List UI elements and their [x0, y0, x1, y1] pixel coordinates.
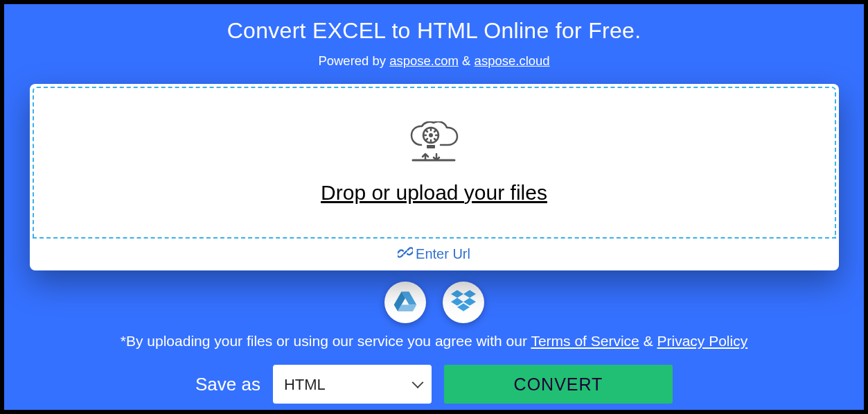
svg-marker-15: [451, 290, 463, 297]
svg-line-9: [434, 139, 436, 140]
link-terms-of-service[interactable]: Terms of Service: [531, 333, 639, 349]
svg-marker-18: [463, 298, 476, 306]
link-aspose-com[interactable]: aspose.com: [389, 53, 459, 68]
format-select-wrap: HTML: [273, 365, 432, 404]
page-title: Convert EXCEL to HTML Online for Free.: [4, 4, 864, 44]
upload-card: Drop or upload your files Enter Url: [30, 84, 839, 270]
svg-rect-10: [427, 145, 435, 148]
terms-amp: &: [644, 333, 657, 349]
svg-marker-17: [451, 298, 463, 306]
link-privacy-policy[interactable]: Privacy Policy: [657, 333, 747, 349]
svg-marker-16: [463, 290, 476, 297]
save-as-label: Save as: [195, 374, 260, 395]
powered-by-amp: &: [462, 53, 474, 68]
cloud-upload-icon: [406, 121, 463, 173]
terms-prefix: *By uploading your files or using our se…: [121, 333, 531, 349]
action-row: Save as HTML CONVERT: [4, 365, 864, 404]
file-dropzone[interactable]: Drop or upload your files: [33, 87, 836, 239]
powered-by-line: Powered by aspose.com & aspose.cloud: [4, 53, 864, 69]
enter-url-button[interactable]: Enter Url: [33, 240, 836, 268]
google-drive-icon: [393, 291, 417, 314]
format-select[interactable]: HTML: [273, 365, 432, 404]
enter-url-label: Enter Url: [416, 246, 470, 262]
link-aspose-cloud[interactable]: aspose.cloud: [475, 53, 550, 68]
svg-line-8: [426, 139, 427, 140]
google-drive-button[interactable]: [384, 282, 426, 323]
svg-line-7: [434, 130, 436, 132]
dropbox-icon: [451, 290, 476, 315]
convert-button[interactable]: CONVERT: [444, 365, 673, 404]
dropbox-button[interactable]: [443, 282, 484, 323]
terms-line: *By uploading your files or using our se…: [4, 333, 864, 350]
svg-line-6: [426, 130, 427, 132]
powered-by-prefix: Powered by: [318, 53, 389, 68]
svg-marker-19: [457, 303, 470, 311]
link-icon: [398, 245, 416, 264]
dropzone-label: Drop or upload your files: [321, 181, 547, 205]
cloud-sources: [4, 282, 864, 323]
app-frame: Convert EXCEL to HTML Online for Free. P…: [4, 4, 864, 410]
svg-point-1: [429, 133, 433, 137]
